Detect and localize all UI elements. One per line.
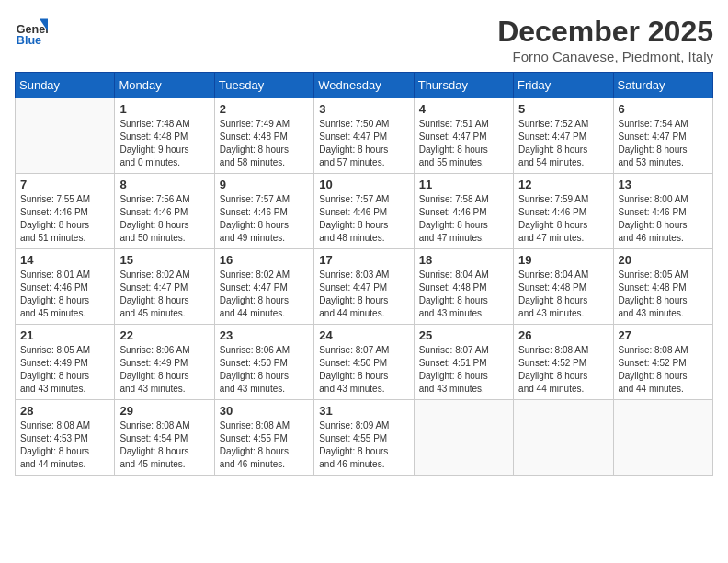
- week-row-3: 14Sunrise: 8:01 AMSunset: 4:46 PMDayligh…: [16, 249, 713, 325]
- calendar-cell: 6Sunrise: 7:54 AMSunset: 4:47 PMDaylight…: [613, 98, 712, 174]
- day-number: 17: [319, 253, 408, 267]
- calendar-cell: [16, 98, 115, 174]
- title-block: December 2025 Forno Canavese, Piedmont, …: [497, 15, 713, 64]
- day-number: 16: [220, 253, 309, 267]
- day-number: 11: [419, 178, 508, 191]
- calendar-cell: 9Sunrise: 7:57 AMSunset: 4:46 PMDaylight…: [214, 174, 313, 249]
- weekday-header-thursday: Thursday: [414, 73, 513, 98]
- day-number: 2: [220, 102, 309, 116]
- day-number: 1: [119, 102, 209, 116]
- day-number: 28: [20, 404, 109, 418]
- day-number: 8: [119, 178, 209, 191]
- day-number: 26: [518, 328, 608, 342]
- day-info: Sunrise: 8:07 AMSunset: 4:50 PMDaylight:…: [319, 344, 408, 396]
- calendar-cell: 14Sunrise: 8:01 AMSunset: 4:46 PMDayligh…: [16, 249, 115, 325]
- calendar-cell: 30Sunrise: 8:08 AMSunset: 4:55 PMDayligh…: [214, 400, 313, 476]
- day-info: Sunrise: 8:00 AMSunset: 4:46 PMDaylight:…: [619, 193, 708, 245]
- week-row-5: 28Sunrise: 8:08 AMSunset: 4:53 PMDayligh…: [16, 400, 713, 476]
- logo: General Blue: [15, 15, 51, 48]
- day-number: 21: [20, 328, 109, 342]
- day-info: Sunrise: 7:51 AMSunset: 4:47 PMDaylight:…: [419, 118, 508, 169]
- day-number: 7: [20, 178, 109, 191]
- calendar-table: SundayMondayTuesdayWednesdayThursdayFrid…: [15, 72, 713, 476]
- day-info: Sunrise: 8:09 AMSunset: 4:55 PMDaylight:…: [319, 419, 408, 471]
- day-info: Sunrise: 8:08 AMSunset: 4:55 PMDaylight:…: [220, 419, 309, 471]
- svg-text:Blue: Blue: [17, 34, 41, 47]
- day-number: 9: [220, 178, 309, 191]
- day-info: Sunrise: 8:07 AMSunset: 4:51 PMDaylight:…: [419, 344, 508, 396]
- day-info: Sunrise: 8:06 AMSunset: 4:49 PMDaylight:…: [119, 344, 209, 396]
- calendar-cell: 4Sunrise: 7:51 AMSunset: 4:47 PMDaylight…: [414, 98, 513, 174]
- day-info: Sunrise: 8:02 AMSunset: 4:47 PMDaylight:…: [220, 269, 309, 320]
- calendar-cell: 16Sunrise: 8:02 AMSunset: 4:47 PMDayligh…: [214, 249, 313, 325]
- day-number: 4: [419, 102, 508, 116]
- week-row-2: 7Sunrise: 7:55 AMSunset: 4:46 PMDaylight…: [16, 174, 713, 249]
- calendar-cell: 20Sunrise: 8:05 AMSunset: 4:48 PMDayligh…: [613, 249, 712, 325]
- logo-icon: General Blue: [15, 15, 48, 48]
- day-number: 5: [518, 102, 608, 116]
- calendar-cell: 15Sunrise: 8:02 AMSunset: 4:47 PMDayligh…: [115, 249, 214, 325]
- day-number: 18: [419, 253, 508, 267]
- calendar-cell: 29Sunrise: 8:08 AMSunset: 4:54 PMDayligh…: [115, 400, 214, 476]
- day-info: Sunrise: 8:05 AMSunset: 4:49 PMDaylight:…: [20, 344, 109, 396]
- calendar-cell: 24Sunrise: 8:07 AMSunset: 4:50 PMDayligh…: [314, 325, 414, 400]
- day-info: Sunrise: 8:01 AMSunset: 4:46 PMDaylight:…: [20, 269, 109, 320]
- day-info: Sunrise: 8:06 AMSunset: 4:50 PMDaylight:…: [220, 344, 309, 396]
- day-number: 13: [619, 178, 708, 191]
- week-row-1: 1Sunrise: 7:48 AMSunset: 4:48 PMDaylight…: [16, 98, 713, 174]
- calendar-cell: [414, 400, 513, 476]
- calendar-cell: 13Sunrise: 8:00 AMSunset: 4:46 PMDayligh…: [613, 174, 712, 249]
- day-info: Sunrise: 8:04 AMSunset: 4:48 PMDaylight:…: [518, 269, 608, 320]
- day-info: Sunrise: 8:02 AMSunset: 4:47 PMDaylight:…: [119, 269, 209, 320]
- calendar-cell: 17Sunrise: 8:03 AMSunset: 4:47 PMDayligh…: [314, 249, 414, 325]
- day-number: 19: [518, 253, 608, 267]
- day-info: Sunrise: 8:08 AMSunset: 4:52 PMDaylight:…: [518, 344, 608, 396]
- calendar-cell: 8Sunrise: 7:56 AMSunset: 4:46 PMDaylight…: [115, 174, 214, 249]
- day-info: Sunrise: 7:50 AMSunset: 4:47 PMDaylight:…: [319, 118, 408, 169]
- day-info: Sunrise: 7:57 AMSunset: 4:46 PMDaylight:…: [319, 193, 408, 245]
- week-row-4: 21Sunrise: 8:05 AMSunset: 4:49 PMDayligh…: [16, 325, 713, 400]
- day-number: 23: [220, 328, 309, 342]
- day-info: Sunrise: 7:56 AMSunset: 4:46 PMDaylight:…: [119, 193, 209, 245]
- day-number: 30: [220, 404, 309, 418]
- day-info: Sunrise: 7:55 AMSunset: 4:46 PMDaylight:…: [20, 193, 109, 245]
- day-info: Sunrise: 7:59 AMSunset: 4:46 PMDaylight:…: [518, 193, 608, 245]
- calendar-cell: 26Sunrise: 8:08 AMSunset: 4:52 PMDayligh…: [514, 325, 613, 400]
- day-info: Sunrise: 7:58 AMSunset: 4:46 PMDaylight:…: [419, 193, 508, 245]
- day-info: Sunrise: 8:08 AMSunset: 4:53 PMDaylight:…: [20, 419, 109, 471]
- day-number: 24: [319, 328, 408, 342]
- calendar-cell: 5Sunrise: 7:52 AMSunset: 4:47 PMDaylight…: [514, 98, 613, 174]
- calendar-cell: 10Sunrise: 7:57 AMSunset: 4:46 PMDayligh…: [314, 174, 414, 249]
- day-info: Sunrise: 8:05 AMSunset: 4:48 PMDaylight:…: [619, 269, 708, 320]
- day-info: Sunrise: 7:49 AMSunset: 4:48 PMDaylight:…: [220, 118, 309, 169]
- calendar-cell: 25Sunrise: 8:07 AMSunset: 4:51 PMDayligh…: [414, 325, 513, 400]
- day-number: 14: [20, 253, 109, 267]
- calendar-cell: 28Sunrise: 8:08 AMSunset: 4:53 PMDayligh…: [16, 400, 115, 476]
- calendar-cell: 18Sunrise: 8:04 AMSunset: 4:48 PMDayligh…: [414, 249, 513, 325]
- location: Forno Canavese, Piedmont, Italy: [497, 49, 713, 64]
- weekday-header-wednesday: Wednesday: [314, 73, 414, 98]
- weekday-header-row: SundayMondayTuesdayWednesdayThursdayFrid…: [16, 73, 713, 98]
- day-info: Sunrise: 7:54 AMSunset: 4:47 PMDaylight:…: [619, 118, 708, 169]
- calendar-cell: 2Sunrise: 7:49 AMSunset: 4:48 PMDaylight…: [214, 98, 313, 174]
- day-number: 10: [319, 178, 408, 191]
- calendar-cell: 22Sunrise: 8:06 AMSunset: 4:49 PMDayligh…: [115, 325, 214, 400]
- month-title: December 2025: [497, 15, 713, 49]
- day-info: Sunrise: 7:48 AMSunset: 4:48 PMDaylight:…: [119, 118, 209, 169]
- day-number: 22: [119, 328, 209, 342]
- calendar-cell: 7Sunrise: 7:55 AMSunset: 4:46 PMDaylight…: [16, 174, 115, 249]
- weekday-header-monday: Monday: [115, 73, 214, 98]
- calendar-cell: 19Sunrise: 8:04 AMSunset: 4:48 PMDayligh…: [514, 249, 613, 325]
- day-info: Sunrise: 7:52 AMSunset: 4:47 PMDaylight:…: [518, 118, 608, 169]
- day-number: 12: [518, 178, 608, 191]
- calendar-cell: [514, 400, 613, 476]
- calendar-cell: 3Sunrise: 7:50 AMSunset: 4:47 PMDaylight…: [314, 98, 414, 174]
- day-number: 27: [619, 328, 708, 342]
- day-number: 15: [119, 253, 209, 267]
- calendar-cell: [613, 400, 712, 476]
- weekday-header-saturday: Saturday: [613, 73, 712, 98]
- calendar-cell: 1Sunrise: 7:48 AMSunset: 4:48 PMDaylight…: [115, 98, 214, 174]
- calendar-cell: 11Sunrise: 7:58 AMSunset: 4:46 PMDayligh…: [414, 174, 513, 249]
- day-info: Sunrise: 8:03 AMSunset: 4:47 PMDaylight:…: [319, 269, 408, 320]
- calendar-cell: 23Sunrise: 8:06 AMSunset: 4:50 PMDayligh…: [214, 325, 313, 400]
